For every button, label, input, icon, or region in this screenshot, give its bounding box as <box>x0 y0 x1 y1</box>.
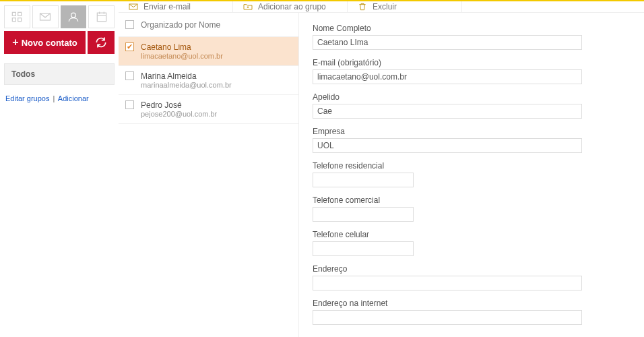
envelope-icon <box>128 1 139 12</box>
row-checkbox[interactable] <box>125 100 134 109</box>
company-label: Empresa <box>313 127 631 136</box>
contact-row[interactable]: Marina Almeida marinaalmeida@uol.com.br <box>119 66 298 95</box>
nickname-label: Apelido <box>313 92 631 102</box>
full-name-field[interactable] <box>313 35 582 50</box>
contact-name: Marina Almeida <box>141 71 232 81</box>
toolbar-label: Adicionar ao grupo <box>258 2 326 11</box>
folder-add-icon <box>243 1 253 12</box>
contact-form: Nome Completo E-mail (obrigatório) Apeli… <box>299 13 644 337</box>
home-phone-field[interactable] <box>313 173 414 187</box>
new-contact-button[interactable]: + Novo contato <box>4 31 86 54</box>
trash-icon <box>357 1 368 12</box>
svg-rect-1 <box>18 12 22 16</box>
separator: | <box>53 94 55 102</box>
select-all-checkbox[interactable] <box>125 20 134 29</box>
address-label: Endereço <box>313 264 631 274</box>
contact-row[interactable]: Pedro José pejose200@uol.com.br <box>119 95 298 124</box>
row-checkbox[interactable] <box>125 42 134 51</box>
toolbar: Enviar e-mail Adicionar ao grupo Excluir <box>119 1 644 13</box>
nav-mail-button[interactable] <box>32 5 59 28</box>
calendar-icon <box>95 10 108 24</box>
full-name-label: Nome Completo <box>313 24 631 33</box>
svg-point-5 <box>71 13 76 18</box>
work-phone-field[interactable] <box>313 207 414 222</box>
contact-email: limacaetano@uol.com.br <box>141 52 223 60</box>
contact-list: Organizado por Nome Caetano Lima limacae… <box>119 13 299 337</box>
svg-rect-0 <box>13 12 16 16</box>
add-group-link[interactable]: Adicionar <box>58 94 89 102</box>
nav-calendar-button[interactable] <box>88 5 115 28</box>
svg-rect-6 <box>97 13 106 22</box>
group-all[interactable]: Todos <box>4 63 115 85</box>
address-field[interactable] <box>313 276 582 290</box>
delete-button[interactable]: Excluir <box>348 1 462 12</box>
new-contact-label: Novo contato <box>22 38 77 48</box>
nickname-field[interactable] <box>313 104 582 119</box>
contact-email: pejose200@uol.com.br <box>141 110 217 118</box>
refresh-button[interactable] <box>88 31 115 54</box>
contact-email: marinaalmeida@uol.com.br <box>141 81 232 89</box>
contacts-icon <box>67 10 80 24</box>
grid-icon <box>10 10 24 24</box>
contact-name: Pedro José <box>141 100 217 110</box>
email-field[interactable] <box>313 69 582 84</box>
home-phone-label: Telefone residencial <box>313 161 631 171</box>
add-to-group-button[interactable]: Adicionar ao grupo <box>233 1 348 12</box>
edit-groups-link[interactable]: Editar grupos <box>5 94 49 102</box>
email-label: E-mail (obrigatório) <box>313 58 631 67</box>
svg-rect-2 <box>13 18 16 22</box>
mail-icon <box>38 10 52 24</box>
mobile-phone-label: Telefone celular <box>313 230 631 239</box>
contact-name: Caetano Lima <box>141 42 223 52</box>
toolbar-label: Enviar e-mail <box>143 2 191 11</box>
send-email-button[interactable]: Enviar e-mail <box>119 1 233 12</box>
list-header: Organizado por Nome <box>119 13 298 37</box>
mobile-phone-field[interactable] <box>313 241 414 256</box>
company-field[interactable] <box>313 138 582 153</box>
sidebar: + Novo contato Todos Editar grupos | Adi… <box>0 1 119 337</box>
nav-contacts-button[interactable] <box>61 5 87 28</box>
contact-row[interactable]: Caetano Lima limacaetano@uol.com.br <box>119 37 298 66</box>
internet-address-label: Endereço na internet <box>313 299 631 308</box>
nav-apps-button[interactable] <box>4 5 30 28</box>
row-checkbox[interactable] <box>125 71 134 80</box>
refresh-icon <box>94 36 108 49</box>
sort-label[interactable]: Organizado por Nome <box>141 20 220 30</box>
svg-rect-3 <box>18 18 22 22</box>
work-phone-label: Telefone comercial <box>313 195 631 205</box>
toolbar-label: Excluir <box>373 2 397 11</box>
plus-icon: + <box>12 37 18 48</box>
internet-address-field[interactable] <box>313 310 582 325</box>
